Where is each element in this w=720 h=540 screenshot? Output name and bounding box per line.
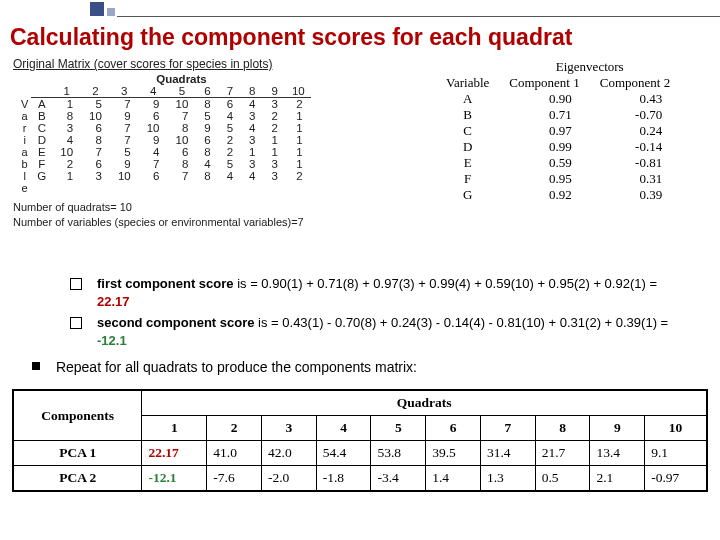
quadrat-col-1: 1 <box>52 85 81 98</box>
om-cell: 4 <box>139 146 168 158</box>
components-col-3: 3 <box>262 416 317 441</box>
eigen-cell: A <box>436 91 499 107</box>
species-D: D <box>31 134 52 146</box>
om-cell: 10 <box>110 170 139 182</box>
om-cell: 8 <box>196 170 218 182</box>
om-cell: 7 <box>110 98 139 111</box>
om-cell: 4 <box>196 158 218 170</box>
om-cell: 1 <box>286 158 311 170</box>
om-cell: 1 <box>286 134 311 146</box>
om-cell: 2 <box>286 170 311 182</box>
om-cell: 1 <box>286 146 311 158</box>
om-cell: 4 <box>241 98 263 111</box>
components-col-9: 9 <box>590 416 645 441</box>
components-cell: 21.7 <box>535 441 590 466</box>
om-cell: 1 <box>264 134 286 146</box>
eigen-cell: -0.81 <box>590 155 680 171</box>
species-E: E <box>31 146 52 158</box>
footnote-n-quadrats: Number of quadrats= 10 <box>13 200 413 215</box>
components-cell: 54.4 <box>316 441 371 466</box>
score-derivation: first component score is = 0.90(1) + 0.7… <box>70 275 680 353</box>
om-cell: 8 <box>52 110 81 122</box>
eigen-cell: 0.99 <box>499 139 589 155</box>
components-cell: -2.0 <box>262 466 317 492</box>
om-cell: 6 <box>196 134 218 146</box>
quadrat-col-6: 6 <box>196 85 218 98</box>
om-cell: 4 <box>241 122 263 134</box>
species-F: F <box>31 158 52 170</box>
components-cell: 1.4 <box>426 466 481 492</box>
om-cell: 3 <box>264 158 286 170</box>
om-cell: 8 <box>81 134 110 146</box>
om-cell: 6 <box>167 146 196 158</box>
quadrat-col-5: 5 <box>167 85 196 98</box>
om-cell: 3 <box>264 98 286 111</box>
om-cell: 1 <box>286 110 311 122</box>
om-cell: 2 <box>286 98 311 111</box>
variables-side-letter: i <box>13 134 31 146</box>
eigen-cell: 0.92 <box>499 187 589 203</box>
om-cell: 4 <box>241 170 263 182</box>
components-corner: Components <box>13 390 142 441</box>
quadrat-col-2: 2 <box>81 85 110 98</box>
om-cell: 5 <box>110 146 139 158</box>
om-cell: 2 <box>264 110 286 122</box>
eigen-cell: E <box>436 155 499 171</box>
eigen-cell: 0.31 <box>590 171 680 187</box>
components-cell: 31.4 <box>480 441 535 466</box>
om-cell: 5 <box>196 110 218 122</box>
om-cell: 2 <box>219 146 241 158</box>
eigen-cell: 0.59 <box>499 155 589 171</box>
slide-title: Calculating the component scores for eac… <box>0 20 720 57</box>
eigen-cell: G <box>436 187 499 203</box>
components-cell: -12.1 <box>142 466 207 492</box>
quadrat-col-7: 7 <box>219 85 241 98</box>
components-cell: 41.0 <box>207 441 262 466</box>
components-row-label: PCA 2 <box>13 466 142 492</box>
om-cell: 7 <box>81 146 110 158</box>
om-cell: 8 <box>196 146 218 158</box>
eigen-head: Component 1 <box>499 75 589 91</box>
species-B: B <box>31 110 52 122</box>
bullet-second-component: second component score is = 0.43(1) - 0.… <box>97 314 680 349</box>
bullet-first-component: first component score is = 0.90(1) + 0.7… <box>97 275 680 310</box>
variables-side-letter: e <box>13 182 31 194</box>
slide-decor-top <box>0 0 720 20</box>
om-cell: 7 <box>110 134 139 146</box>
eigen-cell: D <box>436 139 499 155</box>
components-cell: 0.5 <box>535 466 590 492</box>
om-cell: 4 <box>219 170 241 182</box>
om-cell: 8 <box>167 122 196 134</box>
om-cell: 8 <box>167 158 196 170</box>
components-row-label: PCA 1 <box>13 441 142 466</box>
quadrat-col-8: 8 <box>241 85 263 98</box>
om-cell: 9 <box>110 110 139 122</box>
components-col-2: 2 <box>207 416 262 441</box>
om-cell: 9 <box>139 98 168 111</box>
om-cell: 1 <box>52 170 81 182</box>
components-col-5: 5 <box>371 416 426 441</box>
om-cell: 7 <box>110 122 139 134</box>
decor-square-small <box>107 8 115 16</box>
variables-side-letter: a <box>13 146 31 158</box>
components-cell: -1.8 <box>316 466 371 492</box>
eigen-cell: 0.95 <box>499 171 589 187</box>
components-cell: 13.4 <box>590 441 645 466</box>
om-cell: 4 <box>52 134 81 146</box>
species-C: C <box>31 122 52 134</box>
components-cell: 9.1 <box>645 441 707 466</box>
components-cell: -3.4 <box>371 466 426 492</box>
repeat-line: Repeat for all quadrats to produce the c… <box>32 359 692 375</box>
om-cell: 10 <box>81 110 110 122</box>
eigenvectors-table: Eigenvectors VariableComponent 1Componen… <box>436 59 680 203</box>
species-blank <box>31 182 52 194</box>
om-cell: 5 <box>81 98 110 111</box>
om-cell: 3 <box>81 170 110 182</box>
bullet-box-icon <box>70 278 82 290</box>
om-cell: 10 <box>139 122 168 134</box>
om-cell: 3 <box>52 122 81 134</box>
decor-square-large <box>90 2 104 16</box>
variables-side-letter: r <box>13 122 31 134</box>
om-cell: 1 <box>52 98 81 111</box>
components-cell: -7.6 <box>207 466 262 492</box>
